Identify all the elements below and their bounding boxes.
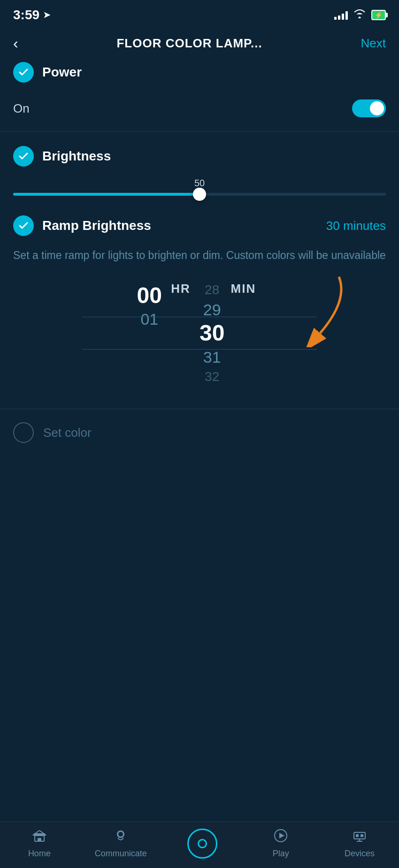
min-separator: MIN [224,282,262,303]
brightness-slider-container: 50 [13,178,386,215]
brightness-label: Brightness [42,149,111,164]
power-toggle-row: On [13,94,386,131]
slider-wrapper: 50 [13,178,386,201]
app-header: ‹ FLOOR COLOR LAMP... Next [0,26,399,62]
ramp-check-circle [13,215,34,236]
ramp-label: Ramp Brightness [42,218,151,233]
location-icon: ➤ [43,10,50,20]
status-time: 3:59 ➤ [13,8,50,23]
signal-bars [334,10,348,20]
minutes-below1: 31 [203,347,221,367]
set-color-row[interactable]: Set color [0,409,399,456]
alexa-button[interactable] [187,829,217,859]
selection-overlay [82,317,317,350]
ramp-description: Set a time ramp for lights to brighten o… [13,247,386,264]
nav-item-play[interactable]: Play [257,829,304,859]
hr-label: HR [171,282,191,300]
svg-marker-10 [279,833,284,838]
color-circle [13,422,34,443]
slider-track-fill [13,193,200,196]
brightness-check-circle [13,146,34,167]
time-picker-wrapper: 00 01 HR 28 29 30 31 32 MIN [0,277,399,390]
toggle-knob [370,101,384,115]
nav-item-communicate[interactable]: Communicate [95,829,147,859]
svg-rect-11 [354,832,365,839]
power-check-circle [13,62,34,83]
ramp-brightness-section: Ramp Brightness 30 minutes Set a time ra… [0,215,399,390]
devices-icon [352,829,367,846]
nav-spacer [0,456,399,522]
ramp-value[interactable]: 30 minutes [326,219,386,233]
time-display: 3:59 [13,8,39,23]
next-button[interactable]: Next [361,36,386,51]
communicate-icon [113,829,128,846]
nav-item-home[interactable]: Home [16,829,63,859]
status-icons: ⚡ [334,9,386,21]
alexa-inner-circle [198,839,207,848]
nav-item-alexa[interactable] [179,829,226,859]
slider-track[interactable] [13,191,386,198]
home-icon [32,829,47,846]
nav-item-devices[interactable]: Devices [336,829,383,859]
back-button[interactable]: ‹ [13,36,18,51]
devices-nav-label: Devices [345,849,375,859]
ramp-section-header: Ramp Brightness 30 minutes [13,215,386,236]
svg-rect-4 [38,838,41,841]
minutes-below2: 32 [205,368,219,385]
set-color-label: Set color [43,426,92,440]
brightness-section: Brightness 50 [0,146,399,215]
hr-separator: HR [162,282,200,303]
divider-1 [0,131,399,132]
time-picker[interactable]: 00 01 HR 28 29 30 31 32 MIN [13,277,386,390]
power-section-header: Power [13,62,386,83]
status-bar: 3:59 ➤ ⚡ [0,0,399,26]
min-label: MIN [231,282,256,300]
bottom-nav: Home Communicate Play [0,822,399,868]
power-toggle-label: On [13,101,30,116]
communicate-nav-label: Communicate [95,849,147,859]
play-icon [274,829,288,846]
slider-thumb[interactable] [193,188,206,201]
play-nav-label: Play [273,849,289,859]
wifi-icon [353,9,366,21]
home-nav-label: Home [28,849,51,859]
svg-rect-13 [361,834,363,837]
battery-charging-icon: ⚡ [375,11,383,19]
svg-rect-12 [356,834,359,837]
slider-value-label: 50 [194,178,205,189]
hours-selected: 00 [137,283,162,308]
brightness-section-header: Brightness [13,146,386,167]
battery-icon: ⚡ [371,10,386,20]
power-section: Power On [0,62,399,131]
page-title: FLOOR COLOR LAMP... [18,36,361,51]
minutes-above2: 28 [205,282,219,298]
power-toggle[interactable] [352,99,386,117]
power-label: Power [42,65,82,80]
svg-point-8 [118,832,123,837]
